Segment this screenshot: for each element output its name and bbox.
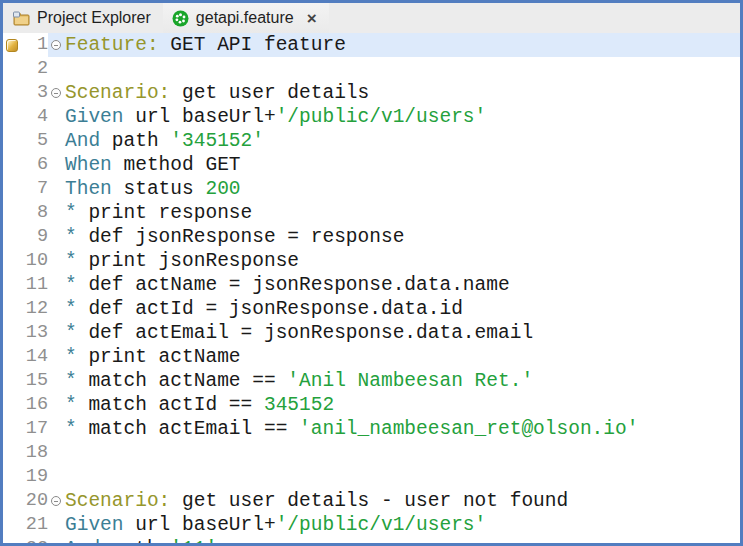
fold-ruler [48,33,63,57]
fold-collapse-icon[interactable] [51,40,61,50]
marker-ruler[interactable] [3,345,21,369]
fold-ruler [48,513,63,537]
marker-ruler[interactable] [3,177,21,201]
code-text[interactable]: * def actEmail = jsonResponse.data.email [63,321,740,345]
code-text[interactable]: Scenario: get user details - user not fo… [63,489,740,513]
token-plain: def actName = jsonResponse.data.name [77,274,510,296]
code-line-18[interactable]: 18 [3,441,740,465]
fold-ruler [48,297,63,321]
token-keyword: * [65,250,77,272]
marker-ruler[interactable] [3,393,21,417]
line-number: 14 [21,345,48,369]
code-line-15[interactable]: 15* match actName == 'Anil Nambeesan Ret… [3,369,740,393]
code-text[interactable]: * match actEmail == 'anil_nambeesan_ret@… [63,417,740,441]
code-line-1[interactable]: 1Feature: GET API feature [3,33,740,57]
code-editor[interactable]: 1Feature: GET API feature23Scenario: get… [3,33,740,543]
line-number: 6 [21,153,48,177]
code-text[interactable]: And path '345152' [63,129,740,153]
code-text[interactable]: * def actName = jsonResponse.data.name [63,273,740,297]
marker-ruler[interactable] [3,321,21,345]
line-number: 10 [21,249,48,273]
marker-ruler[interactable] [3,369,21,393]
token-plain: print jsonResponse [77,250,299,272]
marker-ruler[interactable] [3,441,21,465]
tab-getapi-feature[interactable]: getapi.feature × [163,3,329,33]
code-text[interactable]: * print response [63,201,740,225]
marker-ruler[interactable] [3,81,21,105]
fold-ruler [48,249,63,273]
marker-ruler[interactable] [3,465,21,489]
marker-ruler[interactable] [3,129,21,153]
code-line-6[interactable]: 6When method GET [3,153,740,177]
fold-ruler [48,225,63,249]
fold-collapse-icon[interactable] [51,88,61,98]
close-icon[interactable]: × [307,10,317,27]
code-text[interactable]: * match actId == 345152 [63,393,740,417]
code-text[interactable]: Given url baseUrl+'/public/v1/users' [63,105,740,129]
code-line-3[interactable]: 3Scenario: get user details [3,81,740,105]
code-text[interactable]: * print actName [63,345,740,369]
token-plain: GET API feature [159,34,346,56]
token-keyword: * [65,418,77,440]
fold-ruler [48,345,63,369]
marker-ruler[interactable] [3,225,21,249]
code-text[interactable]: * match actName == 'Anil Nambeesan Ret.' [63,369,740,393]
code-text[interactable]: * def actId = jsonResponse.data.id [63,297,740,321]
code-text[interactable] [63,441,740,465]
marker-ruler[interactable] [3,537,21,543]
fold-ruler [48,417,63,441]
code-line-9[interactable]: 9* def jsonResponse = response [3,225,740,249]
code-line-8[interactable]: 8* print response [3,201,740,225]
token-plain: path [100,538,170,543]
marker-ruler[interactable] [3,153,21,177]
token-keyword: * [65,346,77,368]
code-text[interactable]: And path '11' [63,537,740,543]
code-line-4[interactable]: 4Given url baseUrl+'/public/v1/users' [3,105,740,129]
line-number: 16 [21,393,48,417]
code-text[interactable]: Scenario: get user details [63,81,740,105]
token-keyword: * [65,394,77,416]
code-text[interactable]: * print jsonResponse [63,249,740,273]
code-line-13[interactable]: 13* def actEmail = jsonResponse.data.ema… [3,321,740,345]
code-text[interactable]: Then status 200 [63,177,740,201]
code-line-14[interactable]: 14* print actName [3,345,740,369]
code-line-16[interactable]: 16* match actId == 345152 [3,393,740,417]
code-text[interactable]: Given url baseUrl+'/public/v1/users' [63,513,740,537]
code-line-11[interactable]: 11* def actName = jsonResponse.data.name [3,273,740,297]
marker-ruler[interactable] [3,417,21,441]
token-string: '345152' [170,130,264,152]
code-text[interactable]: When method GET [63,153,740,177]
marker-ruler[interactable] [3,57,21,81]
marker-ruler[interactable] [3,273,21,297]
code-text[interactable] [63,57,740,81]
code-line-20[interactable]: 20Scenario: get user details - user not … [3,489,740,513]
code-line-19[interactable]: 19 [3,465,740,489]
marker-ruler[interactable] [3,105,21,129]
token-plain: print actName [77,346,241,368]
token-plain: url baseUrl+ [124,106,276,128]
marker-ruler[interactable] [3,33,21,57]
line-number: 4 [21,105,48,129]
code-line-10[interactable]: 10* print jsonResponse [3,249,740,273]
marker-ruler[interactable] [3,249,21,273]
fold-collapse-icon[interactable] [51,496,61,506]
tab-project-explorer[interactable]: Project Explorer [4,3,163,33]
marker-ruler[interactable] [3,201,21,225]
code-text[interactable]: * def jsonResponse = response [63,225,740,249]
marker-ruler[interactable] [3,513,21,537]
code-text[interactable]: Feature: GET API feature [63,33,740,57]
code-line-12[interactable]: 12* def actId = jsonResponse.data.id [3,297,740,321]
task-marker-icon [6,39,18,52]
marker-ruler[interactable] [3,489,21,513]
fold-ruler [48,441,63,465]
code-line-17[interactable]: 17* match actEmail == 'anil_nambeesan_re… [3,417,740,441]
fold-ruler [48,321,63,345]
code-text[interactable] [63,465,740,489]
code-line-7[interactable]: 7Then status 200 [3,177,740,201]
fold-ruler [48,369,63,393]
code-line-5[interactable]: 5And path '345152' [3,129,740,153]
code-line-2[interactable]: 2 [3,57,740,81]
code-line-21[interactable]: 21Given url baseUrl+'/public/v1/users' [3,513,740,537]
code-line-22[interactable]: 22And path '11' [3,537,740,543]
marker-ruler[interactable] [3,297,21,321]
